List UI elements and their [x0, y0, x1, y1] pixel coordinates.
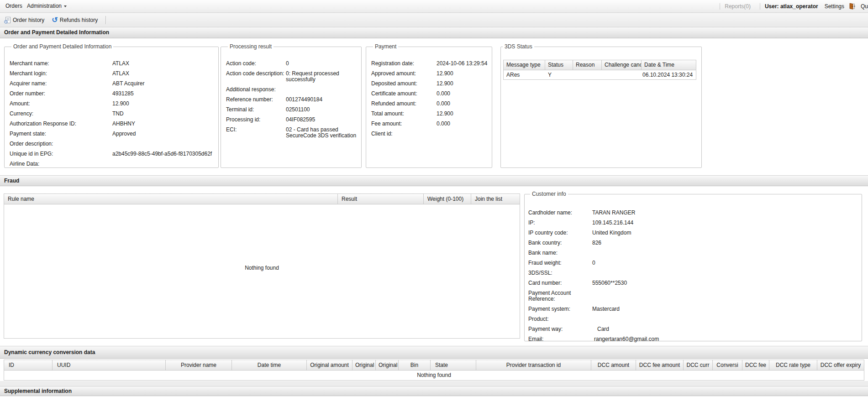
col-uuid: UUID — [53, 360, 166, 371]
menubar-separator — [720, 3, 720, 10]
col-provider-name: Provider name — [166, 360, 232, 371]
order-history-button[interactable]: Order history — [1, 15, 47, 26]
fraud-table-body: Nothing found — [4, 204, 520, 339]
col-conversion: Conversi — [713, 360, 742, 371]
menu-quit[interactable]: Qu — [861, 3, 868, 10]
col-dcc-fee-amount: DCC fee amount — [636, 360, 684, 371]
field-acquirer-name: Acquirer name:ABT Acquirer — [10, 81, 214, 87]
field-value: 4931285 — [112, 91, 214, 97]
field-additional-response: Additional response: — [226, 87, 357, 93]
field-action-code: Action code:0 — [226, 61, 357, 67]
field-value: 0.000 — [437, 121, 487, 127]
col-dcc-offer-expiry: DCC offer expiry — [817, 360, 864, 371]
field-label: Merchant name: — [10, 61, 112, 67]
field-processing-id: Processing id:04IF082595 — [226, 117, 357, 123]
menu-administration-label: Administration — [27, 3, 62, 9]
field-label: Action code description: — [226, 71, 286, 77]
app-window: Orders Administration Reports(0) User: a… — [0, 0, 868, 397]
field-certificate-amount: Certificate amount:0.000 — [371, 91, 487, 97]
refunds-history-label: Refunds history — [60, 17, 98, 23]
refunds-history-button[interactable]: ↺ Refunds history — [48, 15, 101, 26]
field-product: Product: — [528, 316, 857, 322]
col-date-time: Date time — [232, 360, 307, 371]
menubar-separator — [760, 3, 760, 10]
field-value: ATLAX — [112, 71, 214, 77]
field-value: 04IF082595 — [286, 117, 357, 123]
field-value: 0 — [592, 260, 857, 266]
menu-administration[interactable]: Administration — [27, 0, 67, 12]
field-value: 826 — [592, 240, 857, 246]
order-info-fieldset: Order and Payment Detailed Information M… — [4, 43, 219, 168]
field-label: Authorization Response ID: — [10, 121, 112, 127]
field-ip: IP:109.145.216.144 — [528, 220, 857, 226]
field-label: Terminal id: — [226, 107, 286, 113]
col-provider-transaction-id: Provider transaction id — [476, 360, 591, 371]
field-label: Payment way: — [528, 326, 592, 332]
field-approved-amount: Approved amount:12.900 — [371, 71, 487, 77]
field-label: Fee amount: — [371, 121, 437, 127]
customer-info-legend: Customer info — [530, 191, 568, 197]
field-label: Approved amount: — [371, 71, 437, 77]
field-label: Payment system: — [528, 306, 592, 312]
field-order-description: Order description: — [10, 141, 214, 147]
menu-settings[interactable]: Settings — [825, 3, 844, 10]
field-label: Unique id in EPG: — [10, 151, 112, 157]
fraud-panel: Rule name Result Weight (0-100) Join the… — [0, 186, 868, 346]
field-label: Processing id: — [226, 117, 286, 123]
field-label: Client id: — [371, 131, 437, 137]
field-value: 109.145.216.144 — [592, 220, 857, 226]
field-label: Registration date: — [371, 61, 437, 67]
three-ds-fieldset: 3DS Status Message type Status Reason Ch… — [500, 43, 702, 168]
field-value: TARAN RANGER — [592, 210, 857, 216]
three-ds-row[interactable]: ARes Y 06.10.2024 13:30:24 — [503, 70, 696, 80]
menu-reports[interactable]: Reports(0) — [725, 3, 751, 10]
field-refunded-amount: Refunded amount:0.000 — [371, 101, 487, 107]
field-merchant-login: Merchant login:ATLAX — [10, 71, 214, 77]
col-dcc-rate-type: DCC rate type — [769, 360, 817, 371]
col-result: Result — [338, 193, 424, 204]
three-ds-table: Message type Status Reason Challenge can… — [503, 60, 696, 80]
fraud-empty-text: Nothing found — [4, 265, 520, 271]
field-value: 001274490184 — [286, 97, 357, 103]
field-airline-data: Airline Data: — [10, 161, 214, 167]
cell-challenge-cancel — [602, 70, 642, 79]
field-label: Cardholder name: — [528, 210, 592, 216]
order-info-legend: Order and Payment Detailed Information — [11, 43, 113, 50]
section-header-main: Order and Payment Detailed Information — [0, 27, 868, 38]
field-value: 12.900 — [437, 71, 487, 77]
section-header-dcc: Dynamic currency conversion data — [0, 346, 868, 359]
field-payment-state: Payment state:Approved — [10, 131, 214, 137]
dcc-header-row: ID UUID Provider name Date time Original… — [4, 360, 864, 371]
field-label: Card number: — [528, 280, 592, 286]
field-bank-country: Bank country:826 — [528, 240, 857, 246]
field-label: Total amount: — [371, 111, 437, 117]
refunds-history-icon: ↺ — [52, 16, 58, 24]
menu-orders[interactable]: Orders — [5, 0, 22, 12]
col-join-the-list: Join the list — [471, 193, 520, 204]
field-fee-amount: Fee amount:0.000 — [371, 121, 487, 127]
field-currency: Currency:TND — [10, 111, 214, 117]
toolbar: Order history ↺ Refunds history — [0, 13, 868, 27]
field-auth-response-id: Authorization Response ID:AHBHNY — [10, 121, 214, 127]
col-original-amount: Original amount — [307, 360, 352, 371]
field-label: Airline Data: — [10, 161, 112, 167]
field-merchant-name: Merchant name:ATLAX — [10, 61, 214, 67]
field-label: Refunded amount: — [371, 101, 437, 107]
col-original-currency: Original c — [376, 360, 399, 371]
dcc-table: ID UUID Provider name Date time Original… — [4, 360, 864, 381]
col-dcc-fee: DCC fee — [742, 360, 769, 371]
field-label: Currency: — [10, 111, 112, 117]
menubar-right: Reports(0) User: atlax_operator Settings… — [720, 0, 868, 12]
field-cardholder-name: Cardholder name:TARAN RANGER — [528, 210, 857, 216]
field-action-code-description: Action code description:0: Request proce… — [226, 71, 357, 83]
col-state: State — [431, 360, 476, 371]
col-rule-name: Rule name — [4, 193, 338, 204]
field-label: Amount: — [10, 101, 112, 107]
field-payment-way: Payment way:Card — [528, 326, 857, 332]
logout-door-icon[interactable] — [848, 3, 856, 10]
field-value: 555060**2530 — [592, 280, 857, 286]
field-label: Fraud weight: — [528, 260, 592, 266]
field-value: TND — [112, 111, 214, 117]
field-bank-name: Bank name: — [528, 250, 857, 256]
order-history-icon — [4, 16, 11, 24]
